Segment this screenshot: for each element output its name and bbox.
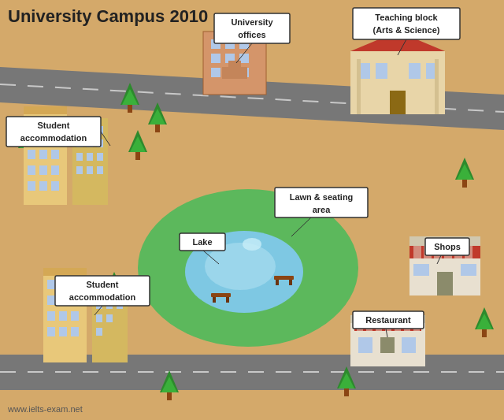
svg-rect-140 [358,337,372,353]
svg-rect-131 [350,315,425,323]
svg-marker-38 [20,132,35,148]
tree-6 [46,307,65,337]
svg-marker-32 [161,377,177,392]
svg-rect-72 [28,150,35,159]
tree-8 [337,366,356,396]
svg-rect-91 [76,166,83,174]
svg-rect-98 [71,280,79,289]
svg-rect-27 [53,329,57,337]
svg-rect-42 [203,32,266,95]
svg-rect-134 [366,319,372,331]
svg-rect-111 [117,288,123,295]
svg-rect-115 [96,314,102,322]
svg-rect-126 [410,236,480,246]
svg-rect-30 [167,392,172,400]
svg-rect-99 [47,295,55,305]
svg-rect-113 [106,301,113,309]
svg-rect-92 [87,166,93,174]
student-acc-bottom-text-1: Student [87,280,119,289]
svg-rect-54 [203,32,266,95]
shops-building [410,236,480,295]
svg-rect-124 [454,244,462,258]
svg-rect-95 [43,268,87,276]
svg-rect-142 [402,337,416,353]
diagonal-road [0,67,504,130]
svg-rect-116 [106,314,113,322]
svg-rect-44 [225,39,235,49]
restaurant-label-box [353,311,424,329]
svg-rect-117 [96,328,102,336]
svg-rect-36 [25,148,30,156]
svg-rect-47 [225,54,235,63]
svg-marker-37 [18,126,37,148]
restaurant-connector [386,329,387,337]
svg-rect-94 [43,272,87,362]
svg-marker-20 [130,136,146,152]
svg-rect-122 [434,244,442,258]
svg-rect-90 [97,153,103,161]
svg-rect-11 [289,280,292,285]
svg-rect-68 [51,118,59,128]
student-acc-bottom-text-2: accommodation [69,292,136,302]
svg-rect-21 [462,180,467,188]
lake-label-box [180,233,225,251]
svg-rect-97 [59,280,67,289]
svg-rect-60 [426,63,438,79]
lawn-seating-label-box [275,188,368,217]
svg-rect-59 [409,63,421,79]
svg-rect-105 [47,327,55,336]
svg-marker-28 [46,307,65,329]
svg-rect-128 [413,264,429,276]
lake-water [185,231,303,313]
page-title: University Campus 2010 [8,6,208,27]
svg-rect-84 [97,126,103,134]
svg-line-1 [0,84,504,112]
svg-rect-75 [28,165,35,175]
svg-rect-107 [71,327,79,336]
svg-rect-135 [376,319,382,331]
svg-rect-109 [96,288,102,295]
svg-marker-56 [350,32,445,51]
svg-rect-48 [239,54,249,63]
student-acc-top-building [24,106,108,205]
svg-marker-16 [148,102,167,125]
svg-rect-114 [117,301,123,309]
tree-7 [160,370,179,400]
shops-text: Shops [434,242,461,251]
bench-2 [274,276,294,285]
tree-5 [475,307,494,337]
svg-rect-43 [211,39,220,49]
tree-9 [18,126,37,156]
lawn-seating-text-2: area [313,205,332,214]
svg-rect-108 [92,280,128,362]
svg-rect-49 [211,68,220,77]
svg-rect-81 [72,118,108,205]
lawn-seating-text-1: Lawn & seating [290,192,354,202]
svg-marker-41 [106,278,122,294]
svg-rect-53 [215,28,254,35]
tree-3 [128,130,147,160]
svg-rect-69 [28,134,35,143]
svg-marker-0 [0,67,504,130]
student-acc-top-connector [101,132,110,146]
restaurant-text: Restaurant [365,315,411,325]
svg-rect-77 [51,165,59,175]
svg-rect-76 [39,165,47,175]
svg-marker-13 [120,83,139,105]
svg-rect-55 [350,51,445,114]
svg-rect-130 [350,319,425,366]
svg-rect-85 [76,139,83,147]
svg-rect-103 [59,311,67,321]
tree-2 [148,102,167,132]
svg-rect-61 [390,91,406,114]
svg-rect-141 [380,337,395,353]
svg-rect-71 [51,134,59,143]
svg-marker-34 [337,366,356,388]
svg-rect-73 [39,150,47,159]
svg-marker-26 [476,314,492,329]
svg-rect-129 [461,264,476,276]
svg-rect-46 [211,54,220,63]
svg-rect-87 [97,139,103,147]
university-offices-text-2: offices [238,30,265,39]
svg-rect-119 [410,244,480,258]
